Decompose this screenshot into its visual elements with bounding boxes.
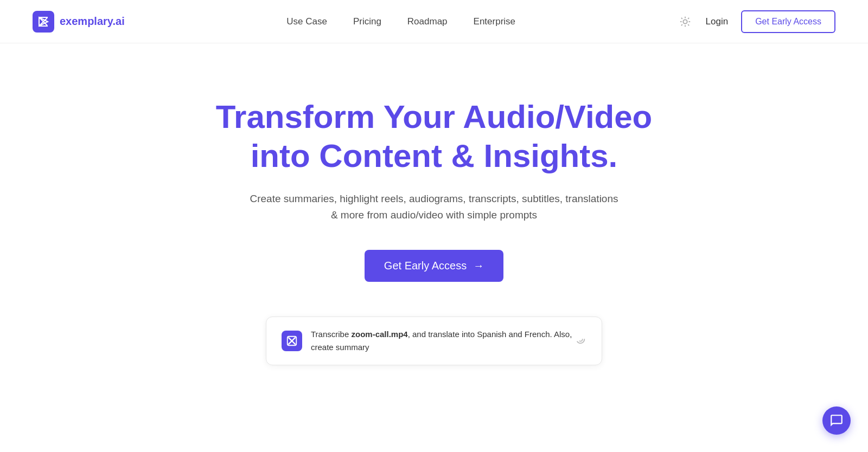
arrow-icon: → [473,260,484,272]
nav-item-pricing[interactable]: Pricing [353,16,381,27]
hero-cta-label: Get Early Access [384,260,467,272]
demo-text: Transcribe zoom-call.mp4, and translate … [311,328,575,354]
early-access-button-nav[interactable]: Get Early Access [741,10,835,33]
demo-text-before: Transcribe [311,330,351,339]
demo-card: Transcribe zoom-call.mp4, and translate … [266,317,602,365]
demo-logo-icon [282,331,302,351]
theme-toggle-icon[interactable] [678,14,693,29]
svg-point-2 [683,20,687,23]
hero-cta-button[interactable]: Get Early Access → [365,250,503,282]
nav-links: Use Case Pricing Roadmap Enterprise [286,16,515,27]
logo[interactable]: exemplary.ai [33,11,125,33]
demo-filename: zoom-call.mp4 [351,330,407,339]
demo-card-content: Transcribe zoom-call.mp4, and translate … [282,328,575,354]
loading-spinner-icon [575,333,586,348]
nav-right: Login Get Early Access [678,10,835,33]
login-button[interactable]: Login [706,16,729,27]
nav-item-roadmap[interactable]: Roadmap [407,16,448,27]
logo-icon [33,11,54,33]
svg-line-9 [681,24,682,25]
navbar: exemplary.ai Use Case Pricing Roadmap En… [0,0,868,43]
svg-point-15 [578,338,582,341]
hero-section: Transform Your Audio/Video into Content … [0,43,868,398]
nav-item-usecase[interactable]: Use Case [286,16,327,27]
hero-title: Transform Your Audio/Video into Content … [190,98,678,176]
hero-subtitle: Create summaries, highlight reels, audio… [250,191,618,224]
svg-line-10 [688,17,689,18]
svg-line-8 [688,24,689,25]
chat-button[interactable] [822,406,851,435]
nav-item-enterprise[interactable]: Enterprise [474,16,515,27]
svg-line-7 [681,17,682,18]
svg-point-14 [577,335,585,344]
logo-text: exemplary.ai [60,15,125,28]
